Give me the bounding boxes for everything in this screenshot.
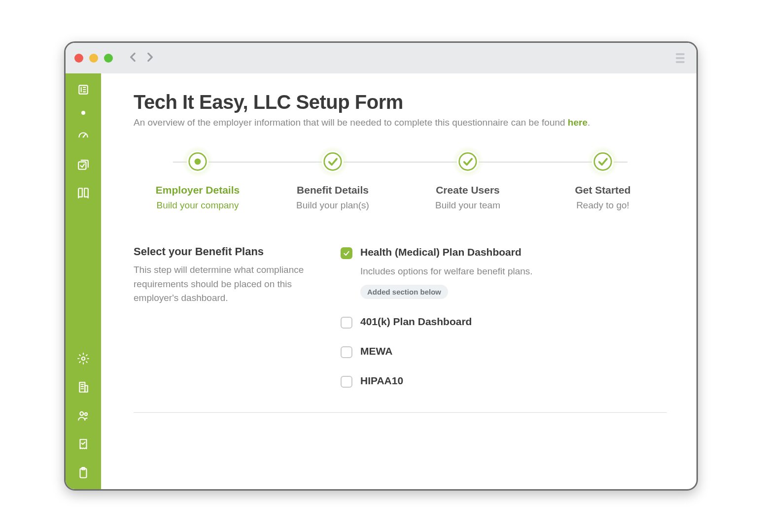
page-subtitle-pre: An overview of the employer information … — [134, 117, 568, 128]
stepper: Employer Details Build your company Bene… — [153, 151, 647, 211]
plan-badge: Added section below — [360, 285, 448, 299]
svg-point-6 — [83, 136, 84, 138]
section-header: Select your Benefit Plans This step will… — [134, 245, 316, 388]
plan-desc: Includes options for welfare benefit pla… — [360, 266, 533, 277]
page-subtitle: An overview of the employer information … — [134, 117, 667, 128]
window-zoom-button[interactable] — [104, 54, 113, 63]
step-done-icon — [592, 151, 614, 172]
building-icon[interactable] — [76, 380, 91, 395]
step-title: Benefit Details — [297, 184, 369, 196]
window-close-button[interactable] — [74, 54, 83, 63]
main-content: Tech It Easy, LLC Setup Form An overview… — [101, 73, 696, 489]
window-minimize-button[interactable] — [89, 54, 98, 63]
plan-label: HIPAA10 — [360, 375, 403, 387]
step-sub: Build your plan(s) — [296, 200, 369, 211]
list-icon[interactable] — [76, 82, 91, 97]
step-done-icon — [322, 151, 344, 172]
check-box-icon[interactable] — [76, 157, 91, 172]
step-title: Get Started — [575, 184, 630, 196]
window-traffic-lights — [74, 54, 113, 63]
gear-icon[interactable] — [76, 351, 91, 366]
sidebar — [66, 73, 101, 489]
clipboard-icon[interactable] — [76, 466, 91, 480]
svg-point-20 — [324, 153, 342, 170]
checkbox-checked-icon[interactable] — [341, 247, 352, 259]
step-employer-details[interactable]: Employer Details Build your company — [153, 151, 242, 211]
svg-rect-7 — [78, 162, 86, 169]
plan-option-mewa[interactable]: MEWA — [341, 345, 667, 358]
plan-option-hipaa10[interactable]: HIPAA10 — [341, 375, 667, 388]
checkbox-unchecked-icon[interactable] — [341, 317, 352, 329]
step-done-icon — [457, 151, 479, 172]
receipt-check-icon[interactable] — [76, 437, 91, 452]
svg-point-15 — [85, 413, 87, 415]
page-title: Tech It Easy, LLC Setup Form — [134, 91, 667, 113]
plan-label: 401(k) Plan Dashboard — [360, 316, 472, 328]
step-sub: Build your team — [435, 200, 500, 211]
svg-point-21 — [459, 153, 477, 170]
svg-point-19 — [195, 159, 201, 165]
step-benefit-details[interactable]: Benefit Details Build your plan(s) — [288, 151, 377, 211]
plan-option-health[interactable]: Health (Medical) Plan Dashboard Includes… — [341, 246, 667, 299]
page-subtitle-link[interactable]: here — [568, 117, 588, 128]
checkbox-unchecked-icon[interactable] — [341, 346, 352, 358]
svg-point-8 — [82, 357, 85, 361]
plan-option-401k[interactable]: 401(k) Plan Dashboard — [341, 316, 667, 329]
dot-icon[interactable] — [81, 111, 85, 115]
step-sub: Build your company — [157, 200, 239, 211]
book-icon[interactable] — [76, 186, 91, 200]
step-sub: Ready to go! — [576, 200, 629, 211]
step-get-started[interactable]: Get Started Ready to go! — [558, 151, 647, 211]
svg-point-14 — [80, 412, 83, 415]
page-subtitle-post: . — [588, 117, 590, 128]
gauge-icon[interactable] — [76, 129, 91, 143]
step-current-icon — [187, 151, 208, 172]
menu-button[interactable] — [673, 50, 688, 66]
plan-list: Health (Medical) Plan Dashboard Includes… — [341, 245, 667, 388]
users-icon[interactable] — [76, 408, 91, 423]
section-desc: This step will determine what compliance… — [134, 263, 316, 305]
section-title: Select your Benefit Plans — [134, 245, 316, 258]
benefit-plans-section: Select your Benefit Plans This step will… — [134, 245, 667, 413]
svg-rect-10 — [85, 386, 87, 392]
nav-back-button[interactable] — [127, 51, 139, 66]
app-window: Tech It Easy, LLC Setup Form An overview… — [64, 41, 698, 491]
step-title: Create Users — [436, 184, 500, 196]
window-titlebar — [66, 43, 696, 73]
plan-label: Health (Medical) Plan Dashboard — [360, 246, 533, 258]
step-create-users[interactable]: Create Users Build your team — [423, 151, 512, 211]
checkbox-unchecked-icon[interactable] — [341, 376, 352, 388]
nav-arrows — [127, 51, 156, 66]
step-title: Employer Details — [156, 184, 240, 196]
svg-point-22 — [594, 153, 612, 170]
plan-label: MEWA — [360, 345, 392, 357]
nav-forward-button[interactable] — [143, 51, 156, 66]
